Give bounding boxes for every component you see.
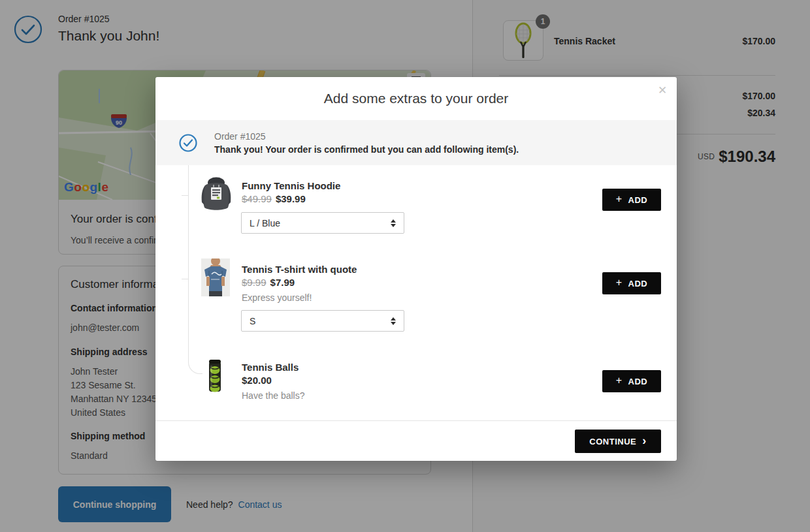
hoodie-icon — [201, 176, 231, 211]
add-button[interactable]: + ADD — [602, 272, 661, 294]
add-button[interactable]: + ADD — [602, 189, 661, 211]
product-note: Have the balls? — [242, 390, 305, 401]
product-price: $7.99 — [270, 277, 295, 288]
product-old-price: $9.99 — [242, 277, 267, 288]
product-name: Tennis T-shirt with quote — [242, 264, 357, 275]
add-button[interactable]: + ADD — [602, 370, 661, 392]
tshirt-icon — [201, 258, 230, 296]
product-thumbnail-tshirt — [201, 258, 230, 299]
connector-tick — [182, 195, 188, 196]
add-button-label: ADD — [628, 377, 648, 386]
add-button-label: ADD — [628, 279, 648, 289]
continue-button-label: CONTINUE — [589, 437, 636, 446]
product-note: Express yourself! — [242, 292, 312, 303]
product-name: Funny Tennis Hoodie — [242, 180, 340, 191]
confirmation-banner — [155, 120, 677, 165]
close-icon[interactable]: ✕ — [653, 81, 672, 99]
tennis-balls-tube-icon — [208, 359, 222, 393]
order-status-page: Order #1025 Thank you John! — [0, 0, 810, 532]
banner-order-number: Order #1025 — [214, 131, 266, 142]
modal-title: Add some extras to your order — [155, 91, 677, 106]
variant-select[interactable]: L / Blue — [241, 212, 404, 234]
select-arrows-icon — [391, 317, 396, 325]
product-group-connector — [188, 165, 202, 374]
product-thumbnail-balls — [208, 359, 222, 396]
select-arrows-icon — [391, 219, 396, 227]
continue-button[interactable]: CONTINUE › — [575, 430, 661, 453]
chevron-right-icon: › — [642, 434, 647, 448]
plus-icon: + — [616, 277, 623, 289]
variant-select-value: S — [250, 316, 255, 326]
product-thumbnail-hoodie — [201, 176, 231, 214]
connector-tick — [182, 279, 188, 279]
upsell-modal: Add some extras to your order ✕ Order #1… — [155, 77, 677, 461]
banner-message: Thank you! Your order is confirmed but y… — [214, 144, 519, 155]
product-name: Tennis Balls — [242, 362, 299, 373]
product-price: $39.99 — [276, 193, 306, 204]
product-old-price: $49.99 — [242, 193, 272, 204]
plus-icon: + — [616, 193, 623, 205]
success-check-icon — [179, 134, 197, 152]
plus-icon: + — [616, 375, 623, 386]
variant-select[interactable]: S — [241, 310, 404, 332]
variant-select-value: L / Blue — [250, 218, 280, 228]
add-button-label: ADD — [628, 195, 648, 205]
modal-footer-divider — [155, 420, 677, 421]
product-price: $20.00 — [242, 375, 272, 386]
